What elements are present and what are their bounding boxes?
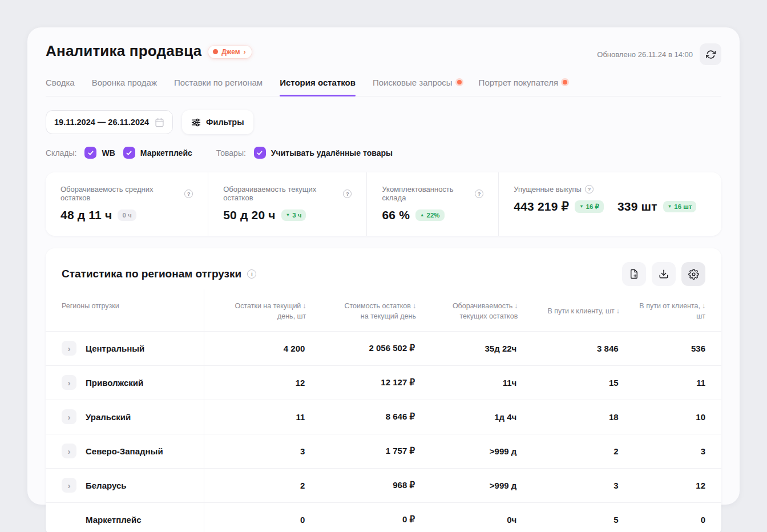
table-header-row: Регионы отгрузки Остатки на текущий↓день…	[46, 289, 721, 331]
tab-label: Воронка продаж	[92, 78, 157, 87]
seller-analytics-page: Аналитика продавца Джем › Обновлено 26.1…	[27, 27, 740, 505]
jam-plan-badge[interactable]: Джем ›	[208, 46, 252, 58]
checkbox-label: WB	[102, 148, 115, 158]
turnover-value: 0ч	[416, 515, 518, 525]
col-header-turnover[interactable]: Оборачиваемость↓текущих остатков	[416, 289, 518, 331]
to-client-value: 18	[518, 412, 619, 422]
stat-missed-buyouts: Упущенные выкупы ? 443 219 ₽ ▼16 ₽ 339 ш…	[498, 172, 721, 236]
date-range-picker[interactable]: 19.11.2024 — 26.11.2024	[46, 110, 173, 134]
cost-value: 1 757 ₽	[306, 446, 416, 456]
plan-badge-label: Джем	[221, 48, 240, 56]
tab-sales-funnel[interactable]: Воронка продаж	[92, 78, 157, 96]
refresh-button[interactable]	[700, 43, 721, 65]
stat-change-badge: ▼3 ч	[281, 209, 306, 221]
checkbox-label: Маркетплейс	[140, 148, 192, 158]
table-row: › Центральный 4 200 2 056 502 ₽ 35д 22ч …	[46, 331, 721, 365]
tab-buyer-portrait[interactable]: Портрет покупателя	[479, 78, 567, 96]
tab-label: Поставки по регионам	[174, 78, 263, 87]
col-header-stock[interactable]: Остатки на текущий↓день, шт	[204, 289, 306, 331]
to-client-value: 3	[518, 481, 619, 490]
tab-search-queries[interactable]: Поисковые запросы	[373, 78, 462, 96]
to-client-value: 3 846	[518, 344, 619, 353]
stock-value: 11	[204, 412, 306, 422]
arrow-up-icon: ▲	[420, 213, 424, 217]
stat-current-stock-turnover: Оборачиваемость текущих остатков ? 50 д …	[208, 172, 366, 236]
table-row: › Уральский 11 8 646 ₽ 1д 4ч 18 10	[46, 400, 721, 434]
tab-stock-history[interactable]: История остатков	[280, 78, 356, 96]
col-header-to-client[interactable]: В пути к клиенту, шт↓	[518, 295, 619, 325]
export-report-button[interactable]	[622, 262, 646, 286]
stat-label: Упущенные выкупы	[514, 185, 582, 194]
from-client-value: 11	[620, 378, 721, 388]
tab-supplies-by-region[interactable]: Поставки по регионам	[174, 78, 263, 96]
table-title: Статистика по регионам отгрузки	[62, 268, 241, 280]
help-icon[interactable]: ?	[343, 190, 352, 198]
turnover-value: >999 д	[416, 446, 518, 456]
stat-value: 48 д 11 ч	[60, 208, 112, 222]
col-header-regions[interactable]: Регионы отгрузки	[46, 289, 204, 331]
download-icon	[659, 269, 669, 279]
stat-label: Оборачиваемость средних остатков	[60, 185, 181, 202]
filters-button[interactable]: Фильтры	[182, 110, 253, 134]
arrow-down-icon: ▼	[668, 204, 672, 209]
stat-change-badge: ▲22%	[415, 209, 444, 221]
expand-row-button[interactable]: ›	[62, 341, 76, 356]
cost-value: 968 ₽	[306, 480, 416, 490]
cost-value: 8 646 ₽	[306, 412, 416, 422]
stat-avg-stock-turnover: Оборачиваемость средних остатков ? 48 д …	[46, 172, 208, 236]
stat-value: 66 %	[382, 208, 410, 222]
stat-label: Укомплектованность склада	[382, 185, 471, 202]
table-row: › Северо-Западный 3 1 757 ₽ >999 д 2 3	[46, 434, 721, 468]
region-name: Приволжский	[86, 378, 143, 388]
table-row: › Приволжский 12 12 127 ₽ 11ч 15 11	[46, 365, 721, 400]
help-icon[interactable]: ?	[184, 190, 193, 198]
stat-label: Оборачиваемость текущих остатков	[223, 185, 340, 202]
download-button[interactable]	[652, 262, 676, 286]
arrow-down-icon: ▼	[579, 204, 583, 209]
cost-value: 2 056 502 ₽	[306, 343, 416, 353]
info-icon[interactable]: i	[247, 269, 256, 279]
help-icon[interactable]: ?	[475, 190, 483, 198]
from-client-value: 536	[620, 344, 721, 353]
file-plus-icon	[629, 269, 639, 279]
refresh-icon	[706, 50, 716, 59]
tab-label: Сводка	[46, 78, 75, 87]
filters-button-label: Фильтры	[206, 118, 244, 127]
sliders-icon	[191, 118, 201, 127]
expand-row-button[interactable]: ›	[62, 375, 76, 390]
col-header-cost[interactable]: Стоимость остатков↓на текущий день	[306, 289, 416, 331]
turnover-value: 35д 22ч	[416, 344, 518, 353]
table-row: Маркетплейс 0 0 ₽ 0ч 5 0	[46, 502, 721, 532]
stat-value: 50 д 20 ч	[223, 208, 276, 222]
region-name: Северо-Западный	[86, 446, 163, 456]
turnover-value: >999 д	[416, 481, 518, 490]
tab-summary[interactable]: Сводка	[46, 78, 75, 96]
stock-value: 0	[204, 515, 306, 525]
regions-statistics-card: Статистика по регионам отгрузки i	[46, 248, 721, 532]
to-client-value: 5	[518, 515, 619, 525]
help-icon[interactable]: ?	[585, 185, 594, 194]
updated-timestamp: Обновлено 26.11.24 в 14:00	[597, 50, 693, 59]
from-client-value: 3	[620, 446, 721, 456]
arrow-down-icon: ▼	[286, 213, 290, 217]
expand-row-button[interactable]: ›	[62, 478, 76, 493]
region-name: Маркетплейс	[86, 515, 141, 525]
expand-row-button[interactable]: ›	[62, 444, 76, 458]
checkbox-wb[interactable]: WB	[84, 147, 115, 159]
checkbox-include-deleted[interactable]: Учитывать удалённые товары	[254, 147, 393, 159]
warehouses-label: Склады:	[46, 148, 76, 158]
expand-row-button[interactable]: ›	[62, 409, 76, 424]
date-range-value: 19.11.2024 — 26.11.2024	[54, 118, 149, 127]
table-settings-button[interactable]	[681, 262, 705, 286]
tab-label: Портрет покупателя	[479, 78, 558, 87]
tab-label: Поисковые запросы	[373, 78, 453, 87]
notification-dot-icon	[563, 80, 567, 84]
checkbox-marketplace[interactable]: Маркетплейс	[123, 147, 192, 159]
checkbox-checked-icon	[254, 147, 266, 159]
to-client-value: 2	[518, 446, 619, 456]
stat-change-badge: 0 ч	[118, 209, 136, 221]
checkbox-label: Учитывать удалённые товары	[271, 148, 393, 158]
col-header-from-client[interactable]: В пути от клиента,↓шт	[620, 289, 721, 331]
stat-warehouse-completeness: Укомплектованность склада ? 66 % ▲22%	[366, 172, 498, 236]
stock-value: 4 200	[204, 344, 306, 353]
